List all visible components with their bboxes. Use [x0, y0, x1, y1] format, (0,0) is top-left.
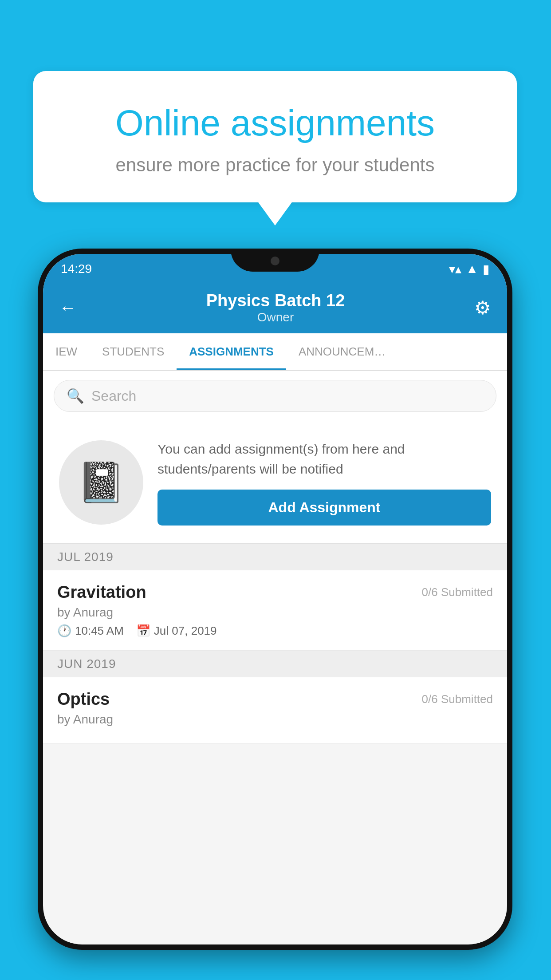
- phone-screen: 14:29 ▾▴ ▲ ▮ ← Physics Batch 12 Owner ⚙ …: [43, 254, 507, 944]
- promo-icon-circle: 📓: [59, 440, 143, 525]
- promo-section: 📓 You can add assignment(s) from here an…: [43, 421, 507, 544]
- assignment-date: 📅 Jul 07, 2019: [136, 624, 217, 638]
- speech-bubble: Online assignments ensure more practice …: [33, 71, 517, 202]
- battery-icon: ▮: [483, 262, 489, 277]
- phone-notch: [231, 249, 319, 272]
- assignment-author: by Anurag: [57, 605, 493, 620]
- promo-description: You can add assignment(s) from here and …: [157, 439, 491, 479]
- promo-card: Online assignments ensure more practice …: [33, 71, 517, 202]
- assignment-row-top: Gravitation 0/6 Submitted: [57, 583, 493, 602]
- camera-dot: [271, 257, 279, 265]
- batch-role: Owner: [77, 310, 474, 324]
- header-center: Physics Batch 12 Owner: [77, 291, 474, 324]
- add-assignment-button[interactable]: Add Assignment: [157, 490, 491, 526]
- tabs-bar: IEW STUDENTS ASSIGNMENTS ANNOUNCEM…: [43, 333, 507, 371]
- tab-students[interactable]: STUDENTS: [90, 333, 177, 370]
- assignment-name-optics: Optics: [57, 690, 110, 709]
- tab-overview[interactable]: IEW: [43, 333, 90, 370]
- calendar-icon: 📅: [136, 624, 150, 638]
- assignment-time: 🕐 10:45 AM: [57, 624, 124, 638]
- assignment-item-gravitation[interactable]: Gravitation 0/6 Submitted by Anurag 🕐 10…: [43, 570, 507, 651]
- app-header: ← Physics Batch 12 Owner ⚙: [43, 284, 507, 333]
- month-header-jun: JUN 2019: [43, 651, 507, 677]
- assignment-row-top-optics: Optics 0/6 Submitted: [57, 690, 493, 709]
- assignment-meta: 🕐 10:45 AM 📅 Jul 07, 2019: [57, 624, 493, 638]
- assignment-author-optics: by Anurag: [57, 712, 493, 727]
- status-icons: ▾▴ ▲ ▮: [449, 262, 489, 277]
- notebook-icon: 📓: [77, 459, 126, 506]
- assignment-submitted-optics: 0/6 Submitted: [422, 692, 493, 706]
- wifi-icon: ▾▴: [449, 262, 461, 277]
- clock-icon: 🕐: [57, 624, 71, 638]
- search-bar[interactable]: 🔍 Search: [54, 380, 496, 412]
- tab-assignments[interactable]: ASSIGNMENTS: [177, 333, 286, 370]
- signal-icon: ▲: [466, 262, 478, 276]
- back-button[interactable]: ←: [59, 298, 77, 318]
- assignment-item-optics[interactable]: Optics 0/6 Submitted by Anurag: [43, 677, 507, 744]
- batch-title: Physics Batch 12: [77, 291, 474, 310]
- tab-announcements[interactable]: ANNOUNCEM…: [286, 333, 398, 370]
- search-icon: 🔍: [67, 387, 84, 404]
- bubble-title: Online assignments: [60, 102, 490, 144]
- assignment-name: Gravitation: [57, 583, 146, 602]
- month-header-jul: JUL 2019: [43, 544, 507, 570]
- search-container: 🔍 Search: [43, 371, 507, 421]
- settings-icon[interactable]: ⚙: [474, 297, 491, 319]
- assignment-submitted: 0/6 Submitted: [422, 585, 493, 599]
- phone-frame: 14:29 ▾▴ ▲ ▮ ← Physics Batch 12 Owner ⚙ …: [38, 249, 512, 950]
- status-time: 14:29: [61, 262, 92, 276]
- search-placeholder: Search: [91, 388, 136, 404]
- promo-content: You can add assignment(s) from here and …: [157, 439, 491, 526]
- bubble-subtitle: ensure more practice for your students: [60, 154, 490, 176]
